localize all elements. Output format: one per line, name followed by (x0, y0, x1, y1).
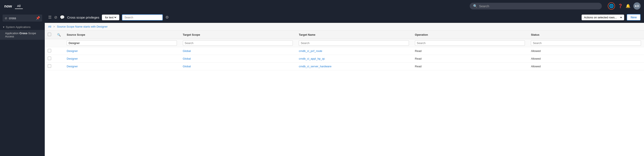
sidebar-section-system-applications[interactable]: ▾ System Applications (0, 24, 45, 30)
search-icon: 🔍 (473, 4, 477, 8)
table-row: Designer Global cmdb_ci_server_hardware … (45, 63, 644, 70)
filter-target-name-input[interactable] (299, 40, 409, 46)
source-scope-header: Source Scope (64, 31, 180, 39)
row-status: Allowed (528, 47, 644, 55)
row-checkbox-cell[interactable] (45, 55, 54, 63)
actions-label: Actions on selected rows... (584, 16, 617, 19)
bell-icon[interactable]: 🔔 (626, 4, 630, 8)
breadcrumb-current: Source Scope Name starts with Designer (57, 25, 108, 28)
sidebar-section-label: System Applications (6, 25, 30, 29)
filter-operation-input[interactable] (415, 40, 525, 46)
breadcrumb-all-link[interactable]: All (48, 25, 51, 28)
row-icon-cell (54, 47, 64, 55)
row-target-name[interactable]: cmdb_ci_server_hardware (296, 63, 412, 70)
new-button[interactable]: New (627, 14, 640, 21)
content-title: Cross scope privileges (67, 16, 99, 19)
checkbox-header[interactable] (45, 31, 54, 39)
row-icon-cell (54, 63, 64, 70)
chevron-down-icon: ▾ (3, 25, 4, 29)
table-row: Designer Global cmdb_ci_appl_hp_qc Read … (45, 55, 644, 63)
status-header: Status (528, 31, 644, 39)
sidebar-search-input[interactable] (9, 17, 34, 20)
avatar[interactable]: KÖ (633, 2, 640, 10)
search-col-header: 🔍 (54, 31, 64, 39)
table-container: 🔍 Source Scope Target Scope Target Name … (45, 31, 644, 156)
row-checkbox[interactable] (48, 64, 51, 68)
table-header-row: 🔍 Source Scope Target Scope Target Name … (45, 31, 644, 39)
filter-status-input[interactable] (531, 40, 641, 46)
row-source-scope[interactable]: Designer (64, 55, 180, 63)
global-search-input[interactable] (479, 4, 598, 8)
row-target-scope[interactable]: Global (180, 47, 296, 55)
row-target-name[interactable]: cmdb_ci_appl_hp_qc (296, 55, 412, 63)
target-name-header: Target Name (296, 31, 412, 39)
sidebar-item-cross-scope-access[interactable]: Application Cross-Scope Access (0, 30, 45, 40)
table-filter-row (45, 39, 644, 47)
filter-operation-cell[interactable] (412, 39, 528, 47)
globe-button[interactable]: 🌐 (608, 2, 615, 10)
svg-text:now: now (4, 4, 12, 8)
globe-icon: 🌐 (609, 4, 614, 8)
table-row: Designer Global cmdb_ci_pcf_route Read A… (45, 47, 644, 55)
main-layout: ⊘ 📌 ▾ System Applications Application Cr… (0, 12, 644, 156)
top-navigation: now All 🔍 🌐 ❓ 🔔 KÖ (0, 0, 644, 12)
all-nav-item[interactable]: All (15, 3, 23, 9)
content-topbar: ☰ ⊘ 💬 Cross scope privileges for text ⚙ … (45, 12, 644, 23)
help-icon[interactable]: ❓ (618, 4, 623, 8)
filter-source-scope-cell[interactable] (64, 39, 180, 47)
sidebar-pin-icon[interactable]: 📌 (36, 16, 40, 20)
row-target-scope[interactable]: Global (180, 55, 296, 63)
row-checkbox[interactable] (48, 49, 51, 52)
gear-icon[interactable]: ⚙ (165, 15, 169, 20)
row-checkbox-cell[interactable] (45, 63, 54, 70)
logo: now (4, 3, 12, 9)
filter-type-dropdown[interactable]: for text (102, 15, 119, 20)
search-icon[interactable]: 🔍 (57, 33, 61, 37)
global-search-bar[interactable]: 🔍 (470, 3, 602, 9)
row-checkbox[interactable] (48, 57, 51, 60)
row-source-scope[interactable]: Designer (64, 47, 180, 55)
select-all-checkbox[interactable] (48, 33, 51, 36)
row-status: Allowed (528, 55, 644, 63)
row-checkbox-cell[interactable] (45, 47, 54, 55)
row-operation: Read (412, 47, 528, 55)
chat-icon[interactable]: 💬 (60, 15, 64, 20)
actions-dropdown[interactable]: Actions on selected rows... ▾ (582, 15, 624, 20)
row-status: Allowed (528, 63, 644, 70)
table-body: Designer Global cmdb_ci_pcf_route Read A… (45, 47, 644, 70)
filter-status-cell[interactable] (528, 39, 644, 47)
nav-icons: 🌐 ❓ 🔔 KÖ (608, 2, 640, 10)
filter-target-name-cell[interactable] (296, 39, 412, 47)
row-target-name[interactable]: cmdb_ci_pcf_route (296, 47, 412, 55)
breadcrumb: All > Source Scope Name starts with Desi… (45, 23, 644, 31)
row-target-scope[interactable]: Global (180, 63, 296, 70)
filter-target-scope-input[interactable] (183, 40, 293, 46)
logo-icon: now (4, 3, 12, 9)
sidebar-item-bold: Cross (20, 32, 27, 35)
content-search-input[interactable] (122, 14, 163, 21)
sidebar-filter-icon: ⊘ (5, 17, 7, 20)
chevron-down-icon: ▾ (620, 16, 622, 19)
filter-checkbox-cell (45, 39, 54, 47)
hamburger-icon[interactable]: ☰ (48, 15, 52, 20)
filter-icon-cell (54, 39, 64, 47)
data-table: 🔍 Source Scope Target Scope Target Name … (45, 31, 644, 70)
row-operation: Read (412, 63, 528, 70)
target-scope-header: Target Scope (180, 31, 296, 39)
filter-target-scope-cell[interactable] (180, 39, 296, 47)
filter-type-select[interactable]: for text (104, 16, 117, 19)
content-area: ☰ ⊘ 💬 Cross scope privileges for text ⚙ … (45, 12, 644, 156)
row-icon-cell (54, 55, 64, 63)
sidebar: ⊘ 📌 ▾ System Applications Application Cr… (0, 12, 45, 156)
sidebar-search-bar[interactable]: ⊘ 📌 (2, 15, 42, 22)
filter-source-scope-input[interactable] (67, 40, 177, 46)
row-operation: Read (412, 55, 528, 63)
breadcrumb-sep: > (53, 25, 55, 28)
sidebar-item-text: Application Cross-Scope Access (5, 32, 36, 38)
filter-icon[interactable]: ⊘ (54, 15, 57, 20)
row-source-scope[interactable]: Designer (64, 63, 180, 70)
operation-header: Operation (412, 31, 528, 39)
